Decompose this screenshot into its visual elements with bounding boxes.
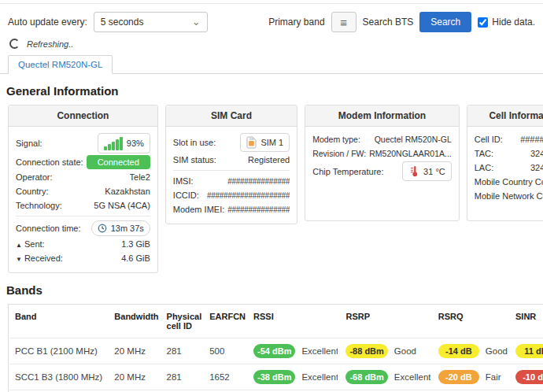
bandwidth-cell: 20 MHz	[108, 364, 160, 390]
metric: -38 dBmExcellent	[253, 370, 338, 384]
info-label: TAC:	[475, 149, 493, 158]
info-row: Mobile Network Code:77	[475, 190, 543, 202]
revision-fw-value: RM520NGLAAR01A...	[369, 149, 451, 158]
country-label: Country:	[16, 187, 49, 196]
chip-temperature-row: Chip Temperature: 31 °C	[312, 161, 452, 181]
sim-slot-value: SIM 1	[260, 138, 283, 147]
earfcn-cell: 500	[203, 338, 247, 364]
hide-data-toggle[interactable]: Hide data.	[478, 17, 535, 28]
bands-header-row: BandBandwidthPhysical cell IDEARFCNRSSIR…	[9, 305, 543, 338]
chip-temperature-value: 31 °C	[423, 167, 445, 176]
metric: -14 dBGood	[438, 344, 508, 358]
connection-time-box: 13m 37s	[91, 220, 150, 236]
search-button[interactable]: Search	[419, 12, 471, 32]
clock-icon	[98, 224, 107, 233]
column-header-sinr: SINR	[509, 305, 543, 338]
country-row: Country: Kazakhstan	[16, 185, 150, 198]
bands-table: BandBandwidthPhysical cell IDEARFCNRSSIR…	[8, 304, 543, 392]
info-row: LAC:3246 (CAE)	[475, 161, 543, 174]
imsi-row: IMSI: ###############	[173, 175, 290, 187]
sim-card-title: SIM Card	[166, 105, 297, 127]
rsrp-quality-label: Good	[394, 346, 416, 356]
rsrq-quality-label: Fair	[486, 372, 501, 382]
info-label: Mobile Network Code:	[475, 191, 543, 201]
rsrq-quality-label: Good	[486, 346, 508, 356]
sinr-badge: 11 dB	[515, 344, 543, 358]
iccid-row: ICCID: ####################	[173, 189, 290, 202]
sim-status-value: Registered	[248, 155, 290, 165]
sim-slot-row: Slot in use: SIM SIM 1	[173, 133, 290, 152]
cell-information-card-title: Cell Information	[467, 105, 543, 127]
info-value: 3246 (CAE)	[530, 163, 543, 172]
primary-band-menu-button[interactable]: ≡	[331, 12, 356, 32]
imsi-value: ###############	[227, 177, 290, 186]
connection-time-row: Connection time: 13m 37s	[16, 220, 150, 236]
earfcn-cell: 1652	[203, 364, 247, 390]
received-label: ▼Received:	[16, 253, 63, 263]
rsrq-badge: -14 dB	[438, 344, 479, 358]
rssi-cell: -38 dBmExcellent	[247, 364, 339, 390]
sim-status-row: SIM status: Registered	[173, 153, 290, 166]
chevron-down-icon: ⌄	[192, 18, 201, 26]
refreshing-label: Refreshing..	[27, 39, 73, 49]
signal-percent: 93%	[127, 139, 144, 148]
technology-value: 5G NSA (4CA)	[94, 201, 150, 210]
spinner-icon	[9, 39, 20, 49]
connected-status-badge: Connected	[87, 155, 150, 169]
hide-data-checkbox[interactable]	[478, 17, 488, 28]
band-cell: PCC B1 (2100 MHz)	[9, 338, 109, 364]
tab-quectel-rm520n-gl[interactable]: Quectel RM520N-GL	[8, 55, 113, 74]
band-row: PCC B1 (2100 MHz)20 MHz281500-54 dBmExce…	[9, 338, 543, 364]
connection-card-title: Connection	[9, 105, 157, 127]
refresh-status-row: Refreshing..	[0, 37, 543, 55]
column-header-earfcn: EARFCN	[203, 305, 247, 338]
rsrq-badge: -20 dB	[438, 370, 479, 384]
sim-slot-box: SIM SIM 1	[240, 133, 290, 152]
iccid-label: ICCID:	[173, 190, 199, 200]
modem-type-value: Quectel RM520N-GL	[375, 135, 452, 144]
signal-row: Signal: 93%	[16, 133, 150, 153]
rssi-quality-label: Excellent	[301, 346, 338, 356]
rsrq-cell: -20 dBFair	[432, 364, 509, 390]
modem-type-label: Modem type:	[312, 135, 360, 144]
connection-card: Connection Signal: 93% Connection state:…	[8, 105, 158, 273]
connection-time-label: Connection time:	[16, 224, 81, 233]
rsrp-cell: -68 dBmExcellent	[339, 364, 431, 390]
physical-cell-id-cell: 281	[161, 338, 204, 364]
metric: -68 dBmExcellent	[345, 370, 430, 384]
sinr-cell: -10 dBPoor	[509, 364, 543, 390]
chip-temperature-box: 31 °C	[402, 161, 452, 181]
sim-status-label: SIM status:	[173, 155, 216, 165]
column-header-band: Band	[9, 305, 109, 338]
rsrp-badge: -68 dBm	[345, 370, 387, 384]
general-information-cards: Connection Signal: 93% Connection state:…	[0, 105, 543, 273]
auto-update-value: 5 seconds	[101, 17, 144, 28]
auto-update-select[interactable]: 5 seconds ⌄	[94, 12, 208, 32]
modem-tabs: Quectel RM520N-GL	[0, 55, 543, 74]
received-value: 4.6 GiB	[121, 253, 150, 263]
up-arrow-icon: ▲	[16, 242, 22, 249]
info-value: ##########...	[520, 135, 543, 144]
general-information-heading: General Information	[0, 74, 543, 105]
operator-label: Operator:	[16, 172, 52, 182]
rssi-quality-label: Excellent	[301, 372, 338, 382]
primary-band-label: Primary band	[268, 17, 324, 28]
info-label: LAC:	[475, 163, 493, 172]
hide-data-label: Hide data.	[492, 17, 535, 28]
band-cell: SCC1 B3 (1800 MHz)	[9, 364, 109, 390]
rssi-badge: -54 dBm	[253, 344, 295, 358]
info-row: TAC:3246 (CAE)	[475, 147, 543, 160]
info-row: Mobile Country Code:401	[475, 176, 543, 188]
info-value: 3246 (CAE)	[530, 149, 543, 158]
sent-label: ▲Sent:	[16, 239, 45, 249]
connection-state-label: Connection state:	[16, 157, 83, 167]
signal-strength-box: 93%	[98, 133, 150, 153]
physical-cell-id-cell: 281	[161, 364, 204, 390]
search-bts-label: Search BTS	[363, 17, 414, 28]
auto-update-label: Auto update every:	[8, 17, 87, 28]
sim-slot-label: Slot in use:	[173, 138, 216, 147]
metric: 11 dBGood	[515, 344, 543, 358]
toolbar: Auto update every: 5 seconds ⌄ Primary b…	[0, 4, 543, 37]
column-header-rsrp: RSRP	[339, 305, 431, 338]
operator-value: Tele2	[130, 172, 150, 182]
